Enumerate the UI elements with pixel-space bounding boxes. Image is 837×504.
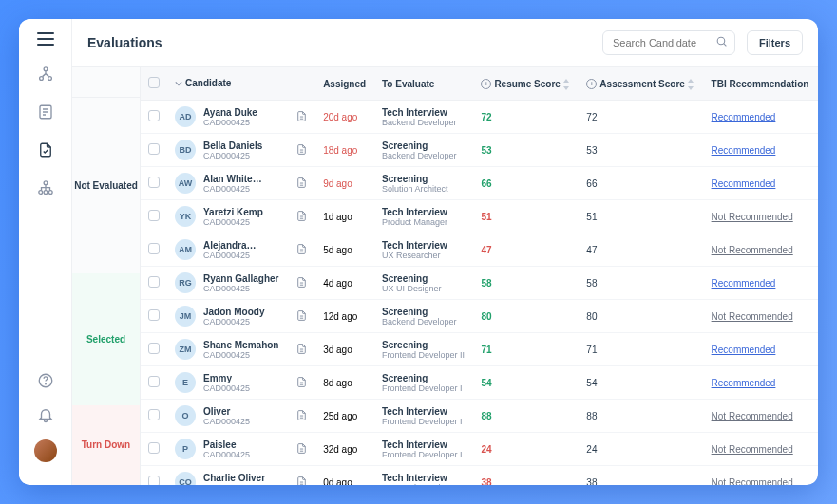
assigned-time: 9d ago — [323, 178, 352, 189]
col-tbi[interactable]: TBI Recommendation — [704, 67, 818, 101]
evaluation-role: Backend Developer — [382, 317, 466, 327]
document-icon[interactable] — [295, 180, 308, 191]
table-row[interactable]: EEmmyCAD000425 8d ago ScreeningFrontend … — [141, 366, 818, 400]
assessment-score: 38 — [586, 477, 597, 486]
recommendation-link[interactable]: Not Recommended — [712, 212, 793, 222]
document-icon[interactable] — [295, 114, 308, 124]
evaluation-title: Screening — [382, 373, 466, 383]
filters-button[interactable]: Filters — [747, 30, 803, 55]
help-icon[interactable] — [36, 371, 55, 390]
recommendation-link[interactable]: Not Recommended — [712, 411, 793, 421]
document-icon[interactable] — [295, 214, 308, 224]
org-chart-icon[interactable] — [36, 178, 55, 197]
recommendation-link[interactable]: Recommended — [712, 145, 776, 156]
candidate-avatar: E — [175, 372, 196, 393]
user-avatar[interactable] — [34, 439, 57, 462]
resume-score: 66 — [481, 178, 491, 189]
col-candidate[interactable]: Candidate — [185, 78, 231, 88]
row-checkbox[interactable] — [148, 343, 160, 354]
candidate-name: Oliver — [203, 406, 250, 417]
row-checkbox[interactable] — [148, 210, 160, 221]
assigned-time: 32d ago — [323, 444, 357, 455]
svg-point-12 — [45, 383, 46, 384]
recommendation-link[interactable]: Recommended — [712, 378, 776, 388]
assessment-score: 88 — [586, 411, 597, 421]
document-icon[interactable] — [295, 346, 308, 357]
evaluation-title: Screening — [382, 140, 466, 151]
main-content: Evaluations Filters Not Evaluated Select… — [72, 19, 818, 485]
table-row[interactable]: PPaisleeCAD000425 32d ago Tech Interview… — [141, 433, 818, 466]
assessment-score: 58 — [586, 278, 597, 289]
row-checkbox[interactable] — [148, 177, 160, 188]
table-row[interactable]: COCharlie OliverCAD000425 0d ago Tech In… — [141, 466, 818, 486]
assigned-time: 4d ago — [323, 278, 352, 289]
document-icon[interactable] — [295, 413, 308, 423]
document-icon[interactable] — [295, 479, 308, 486]
candidate-avatar: O — [175, 405, 196, 426]
evaluation-icon[interactable] — [36, 140, 55, 159]
table-row[interactable]: AWAlan White…CAD000425 9d ago ScreeningS… — [141, 167, 818, 200]
resume-score: 54 — [481, 378, 491, 388]
sort-icon[interactable] — [563, 79, 570, 90]
document-icon[interactable] — [295, 380, 308, 390]
row-checkbox[interactable] — [148, 376, 160, 387]
hierarchy-icon[interactable] — [36, 65, 55, 84]
document-list-icon[interactable] — [36, 103, 55, 121]
row-checkbox[interactable] — [148, 442, 160, 454]
resume-score: 58 — [481, 278, 491, 289]
table-row[interactable]: ZMShane McmahonCAD000425 3d ago Screenin… — [141, 333, 818, 366]
document-icon[interactable] — [295, 313, 308, 324]
recommendation-link[interactable]: Not Recommended — [712, 245, 793, 255]
table-row[interactable]: BDBella DanielsCAD000425 18d ago Screeni… — [141, 134, 818, 167]
search-wrapper — [602, 30, 735, 55]
table-row[interactable]: RGRyann GallagherCAD000425 4d ago Screen… — [141, 267, 818, 300]
table-row[interactable]: OOliverCAD000425 25d ago Tech InterviewF… — [141, 400, 818, 433]
sort-icon[interactable] — [688, 79, 694, 90]
row-checkbox[interactable] — [148, 243, 160, 254]
recommendation-link[interactable]: Recommended — [712, 278, 776, 289]
document-icon[interactable] — [295, 446, 308, 457]
caret-down-icon — [175, 80, 182, 87]
bell-icon[interactable] — [36, 405, 55, 424]
recommendation-link[interactable]: Recommended — [712, 112, 776, 122]
table-row[interactable]: YKYaretzi KempCAD000425 1d ago Tech Inte… — [141, 200, 818, 233]
recommendation-link[interactable]: Recommended — [712, 345, 776, 355]
evaluation-role: Product Manager — [382, 217, 466, 227]
row-checkbox[interactable] — [148, 409, 160, 420]
recommendation-link[interactable]: Not Recommended — [712, 477, 793, 486]
plus-circle-icon[interactable]: + — [586, 79, 597, 89]
svg-point-0 — [44, 67, 48, 71]
col-to-evaluate[interactable]: To Evaluate — [374, 67, 473, 101]
col-resume-score[interactable]: Resume Score — [494, 79, 560, 89]
menu-icon[interactable] — [37, 32, 54, 46]
row-checkbox[interactable] — [148, 309, 160, 321]
document-icon[interactable] — [295, 247, 308, 257]
recommendation-link[interactable]: Not Recommended — [712, 311, 793, 322]
row-checkbox[interactable] — [148, 276, 160, 288]
plus-circle-icon[interactable]: + — [481, 79, 491, 89]
assigned-time: 8d ago — [323, 378, 352, 388]
col-assessment-score[interactable]: Assessment Score — [599, 79, 685, 89]
candidate-id: CAD000425 — [203, 118, 257, 127]
row-checkbox[interactable] — [148, 110, 160, 121]
assessment-score: 66 — [586, 178, 597, 189]
table-row[interactable]: AMAlejandra…CAD000425 5d ago Tech Interv… — [141, 233, 818, 267]
candidate-id: CAD000425 — [203, 251, 257, 260]
assessment-score: 47 — [586, 245, 597, 255]
candidate-avatar: BD — [175, 140, 196, 160]
table-row[interactable]: ADAyana DukeCAD000425 20d ago Tech Inter… — [141, 101, 818, 134]
document-icon[interactable] — [295, 147, 308, 158]
row-checkbox[interactable] — [148, 143, 160, 155]
recommendation-link[interactable]: Not Recommended — [712, 444, 793, 455]
col-assigned[interactable]: Assigned — [315, 67, 374, 101]
document-icon[interactable] — [295, 280, 308, 290]
evaluation-title: Tech Interview — [382, 107, 466, 118]
table-scroll[interactable]: Candidate Assigned To Evaluate + Resume … — [141, 67, 818, 485]
recommendation-link[interactable]: Recommended — [712, 178, 776, 189]
candidate-name: Ryann Gallagher — [203, 273, 278, 284]
status-column: Not Evaluated Selected Turn Down — [72, 67, 141, 485]
evaluation-title: Screening — [382, 307, 466, 317]
select-all-checkbox[interactable] — [148, 77, 160, 88]
row-checkbox[interactable] — [148, 476, 160, 485]
table-row[interactable]: JMJadon MoodyCAD000425 12d ago Screening… — [141, 300, 818, 333]
